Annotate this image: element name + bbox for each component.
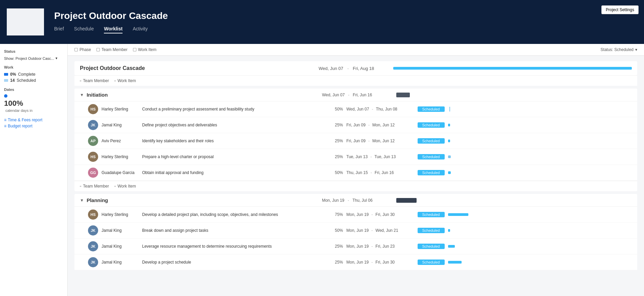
gantt-bar: [448, 140, 450, 142]
reports-section: ≡ Time & Fees report ≡ Budget report: [4, 118, 63, 128]
task-dates: Thu, Jun 15 - Fri, Jun 16: [347, 170, 414, 175]
nav-tabs: Brief Schedule Worklist Activity: [54, 26, 637, 33]
top-nav: Project Outdoor Cascade Brief Schedule W…: [0, 0, 644, 44]
task-row: HS Harley Sterling Conduct a preliminary…: [74, 101, 637, 117]
task-row: HS Harley Sterling Prepare a high-level …: [74, 149, 637, 165]
project-header: Project Outdoor Cascade Brief Schedule W…: [54, 10, 637, 33]
project-settings-button[interactable]: Project Settings: [601, 5, 639, 14]
member-name: Guadalupe Garcia: [102, 170, 142, 175]
work-scheduled-row: 14 Scheduled: [4, 78, 63, 83]
filter-tags: Phase Team Member Work Item: [74, 47, 156, 52]
work-complete-row: 0% Complete: [4, 72, 63, 77]
tab-schedule[interactable]: Schedule: [74, 26, 94, 33]
add-team-member-btn[interactable]: ▫ Team Member: [80, 78, 109, 83]
dates-pct-value: 100%: [4, 99, 63, 108]
avatar: JK: [88, 257, 98, 267]
task-row: JK Jamal King Break down and assign proj…: [74, 223, 637, 239]
phase-initiation: ▼ Initiation Wed, Jun 07 - Fri, Jun 16 H…: [74, 89, 637, 191]
task-dates: Mon, Jun 19 - Wed, Jun 21: [347, 228, 414, 233]
phase-filter-icon: [74, 48, 78, 51]
time-fees-report-link[interactable]: ≡ Time & Fees report: [4, 118, 63, 122]
member-name: Harley Sterling: [102, 154, 142, 159]
content-area: Project Outdoor Cascade Wed, Jun 07 - Fr…: [68, 61, 644, 277]
add-team-member-phase1[interactable]: ▫ Team Member: [80, 184, 109, 189]
task-pct: 25%: [326, 154, 343, 159]
task-pct: 50%: [326, 228, 343, 233]
task-pct: 50%: [326, 107, 343, 112]
project-row: Project Outdoor Cascade Wed, Jun 07 - Fr…: [74, 61, 637, 75]
gantt-bar: [448, 261, 462, 264]
dates-pct-row: [4, 94, 63, 98]
show-filter[interactable]: Show: Project Outdoor Casc... ▾: [4, 56, 63, 60]
status-badge: Scheduled: [418, 122, 445, 128]
task-gantt: [448, 171, 632, 174]
phase-planning: ▼ Planning Mon, Jun 19 - Thu, Jul 06 HS …: [74, 194, 637, 270]
task-gantt: [448, 140, 632, 142]
status-section-title: Status: [4, 49, 63, 53]
task-pct: 25%: [326, 260, 343, 265]
sidebar: Status Show: Project Outdoor Casc... ▾ W…: [0, 44, 68, 296]
avatar: HS: [88, 209, 98, 220]
main-content: Phase Team Member Work Item Status: Sche…: [68, 44, 644, 296]
filter-phase[interactable]: Phase: [74, 47, 91, 52]
phase-planning-bar: [396, 198, 417, 203]
filter-team-member[interactable]: Team Member: [96, 47, 128, 52]
phase-initiation-header: ▼ Initiation Wed, Jun 07 - Fri, Jun 16: [74, 89, 637, 101]
avatar: JK: [88, 241, 98, 251]
status-badge: Scheduled: [418, 138, 445, 144]
avatar: GG: [88, 168, 98, 178]
tab-brief[interactable]: Brief: [54, 26, 64, 33]
member-name: Jamal King: [102, 244, 142, 249]
member-name: Aviv Perez: [102, 139, 142, 143]
avatar: JK: [88, 120, 98, 130]
team-member-filter-icon: [96, 48, 100, 51]
status-filter[interactable]: Status: Scheduled ▾: [601, 47, 637, 52]
avatar: AP: [88, 136, 98, 146]
phase-initiation-collapse[interactable]: ▼: [80, 93, 84, 97]
tab-worklist[interactable]: Worklist: [104, 26, 123, 33]
task-pct: 75%: [326, 212, 343, 217]
task-description: Define project objectives and deliverabl…: [142, 123, 326, 127]
project-title: Project Outdoor Cascade: [54, 10, 637, 21]
task-description: Break down and assign project tasks: [142, 228, 326, 233]
gantt-bar: [448, 213, 468, 216]
work-item-filter-icon: [133, 48, 136, 51]
phase-planning-header: ▼ Planning Mon, Jun 19 - Thu, Jul 06: [74, 194, 637, 207]
gantt-bar: [448, 229, 450, 232]
work-scheduled-icon: [4, 79, 8, 82]
task-description: Identify key stakeholders and their role…: [142, 139, 326, 143]
task-description: Prepare a high-level charter or proposal: [142, 154, 326, 159]
task-row: HS Harley Sterling Develop a detailed pr…: [74, 207, 637, 223]
phase-initiation-dates: Wed, Jun 07 - Fri, Jun 16: [322, 93, 390, 97]
task-dates: Wed, Jun 07 - Thu, Jun 08: [347, 107, 414, 112]
task-description: Develop a project schedule: [142, 260, 326, 265]
task-gantt: [448, 124, 632, 126]
phase-planning-collapse[interactable]: ▼: [80, 198, 84, 203]
gantt-bar: [448, 245, 455, 248]
status-badge: Scheduled: [418, 106, 445, 112]
member-name: Harley Sterling: [102, 212, 142, 217]
task-description: Leverage resource management to determin…: [142, 244, 326, 249]
task-row: JK Jamal King Develop a project schedule…: [74, 254, 637, 270]
task-dates: Fri, Jun 09 - Mon, Jun 12: [347, 139, 414, 143]
status-badge: Scheduled: [418, 212, 445, 217]
filter-work-item[interactable]: Work Item: [133, 47, 156, 52]
project-sub-filters: ▫ Team Member ▫ Work Item: [74, 75, 637, 86]
task-row: GG Guadalupe Garcia Obtain initial appro…: [74, 165, 637, 181]
add-work-item-btn[interactable]: ▫ Work Item: [114, 78, 136, 83]
gantt-bar: [448, 171, 451, 174]
logo: [7, 8, 44, 35]
task-dates: Mon, Jun 19 - Fri, Jun 23: [347, 244, 414, 249]
avatar: HS: [88, 104, 98, 114]
phase-planning-gantt: [396, 198, 632, 203]
project-gantt-bar: [393, 67, 632, 70]
dates-sub-label: calendar days in: [4, 108, 63, 113]
status-badge: Scheduled: [418, 244, 445, 249]
gantt-bar: [448, 155, 451, 158]
member-name: Jamal King: [102, 228, 142, 233]
task-pct: 25%: [326, 139, 343, 143]
add-work-item-phase1[interactable]: ▫ Work Item: [114, 184, 136, 189]
tab-activity[interactable]: Activity: [133, 26, 148, 33]
budget-report-link[interactable]: ≡ Budget report: [4, 124, 63, 128]
work-section-title: Work: [4, 65, 63, 69]
